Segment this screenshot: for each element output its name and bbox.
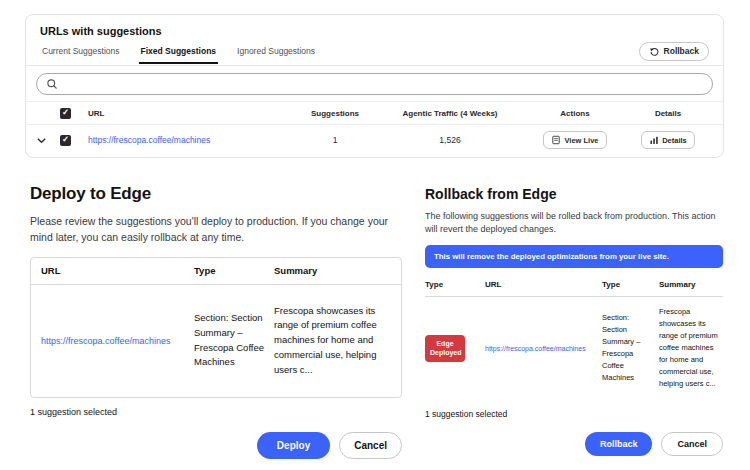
rollback-dialog-title: Rollback from Edge — [425, 186, 723, 202]
rollback-button[interactable]: Rollback — [639, 42, 709, 61]
tab-ignored-suggestions[interactable]: Ignored Suggestions — [235, 38, 317, 64]
preview-page-icon — [551, 135, 561, 145]
rollback-selection-count: 1 suggestion selected — [425, 409, 723, 419]
search-input[interactable] — [64, 79, 703, 90]
tab-current-suggestions[interactable]: Current Suggestions — [40, 38, 122, 64]
expand-row-button[interactable] — [36, 135, 60, 146]
row-traffic-value: 1,526 — [375, 135, 525, 145]
tab-fixed-suggestions[interactable]: Fixed Suggestions — [139, 38, 219, 64]
rollback-column-type: Type — [602, 280, 654, 289]
deploy-button-row: Deploy Cancel — [30, 432, 402, 459]
rollback-table-row: Edge Deployed https://frescopa.coffee/ma… — [425, 297, 723, 399]
rollback-dialog-description: The following suggestions will be rolled… — [425, 210, 723, 236]
rollback-column-badge-type: Type — [425, 280, 480, 289]
deploy-table-header: URL Type Summary — [31, 258, 401, 285]
table-header-row: URL Suggestions Agentic Traffic (4 Weeks… — [26, 101, 723, 125]
rollback-dialog: Rollback from Edge The following suggest… — [425, 186, 723, 456]
urls-with-suggestions-panel: URLs with suggestions Current Suggestion… — [25, 14, 724, 158]
row-checkbox[interactable] — [60, 135, 71, 146]
rollback-row-summary: Frescopa showcases its range of premium … — [659, 306, 723, 390]
rollback-button-row: Rollback Cancel — [425, 432, 723, 456]
rollback-icon — [649, 46, 660, 57]
deploy-dialog: Deploy to Edge Please review the suggest… — [30, 184, 402, 459]
deploy-column-url: URL — [41, 265, 186, 276]
view-live-label: View Live — [564, 136, 598, 145]
rollback-warning-banner: This will remove the deployed optimizati… — [425, 245, 723, 268]
deploy-dialog-title: Deploy to Edge — [30, 184, 402, 204]
details-button[interactable]: Details — [641, 131, 695, 149]
deploy-selection-count: 1 suggestion selected — [30, 407, 402, 417]
chevron-down-icon — [36, 135, 47, 146]
column-header-suggestions: Suggestions — [295, 109, 375, 118]
view-live-button[interactable]: View Live — [543, 131, 606, 149]
row-url-link[interactable]: https://frescopa.coffee/machines — [88, 135, 295, 145]
deploy-table-row: https://frescopa.coffee/machines Section… — [31, 285, 401, 397]
rollback-row-url-link[interactable]: https://frescopa.coffee/machines — [485, 345, 597, 352]
rollback-column-url: URL — [485, 280, 597, 289]
deploy-row-type: Section: Section Summary – Frescopa Coff… — [194, 311, 266, 370]
deploy-button[interactable]: Deploy — [257, 432, 330, 459]
rollback-row-type: Section: Section Summary – Frescopa Coff… — [602, 312, 654, 384]
rollback-column-summary: Summary — [659, 280, 723, 289]
deploy-table: URL Type Summary https://frescopa.coffee… — [30, 257, 402, 398]
deploy-dialog-description: Please review the suggestions you'll dep… — [30, 213, 402, 246]
table-row: https://frescopa.coffee/machines 1 1,526… — [26, 125, 723, 155]
deploy-row-url-link[interactable]: https://frescopa.coffee/machines — [41, 336, 186, 346]
column-header-details: Details — [625, 109, 711, 118]
search-icon — [46, 78, 58, 90]
column-header-actions: Actions — [525, 109, 625, 118]
bar-chart-icon — [649, 135, 659, 145]
panel-title: URLs with suggestions — [26, 15, 723, 37]
row-suggestions-count: 1 — [295, 135, 375, 145]
edge-deployed-badge: Edge Deployed — [425, 335, 465, 362]
select-all-checkbox[interactable] — [60, 108, 71, 119]
rollback-confirm-button[interactable]: Rollback — [585, 432, 653, 456]
column-header-traffic: Agentic Traffic (4 Weeks) — [375, 109, 525, 118]
deploy-column-type: Type — [194, 265, 266, 276]
search-box — [36, 73, 713, 95]
deploy-cancel-button[interactable]: Cancel — [339, 432, 402, 459]
rollback-cancel-button[interactable]: Cancel — [661, 432, 723, 456]
search-row — [26, 66, 723, 101]
rollback-button-label: Rollback — [664, 46, 699, 56]
tabs-bar: Current Suggestions Fixed Suggestions Ig… — [26, 37, 723, 66]
column-header-url: URL — [88, 109, 295, 118]
deploy-row-summary: Frescopa showcases its range of premium … — [274, 304, 391, 378]
deploy-column-summary: Summary — [274, 265, 391, 276]
rollback-table-header: Type URL Type Summary — [425, 280, 723, 297]
details-label: Details — [662, 136, 687, 145]
